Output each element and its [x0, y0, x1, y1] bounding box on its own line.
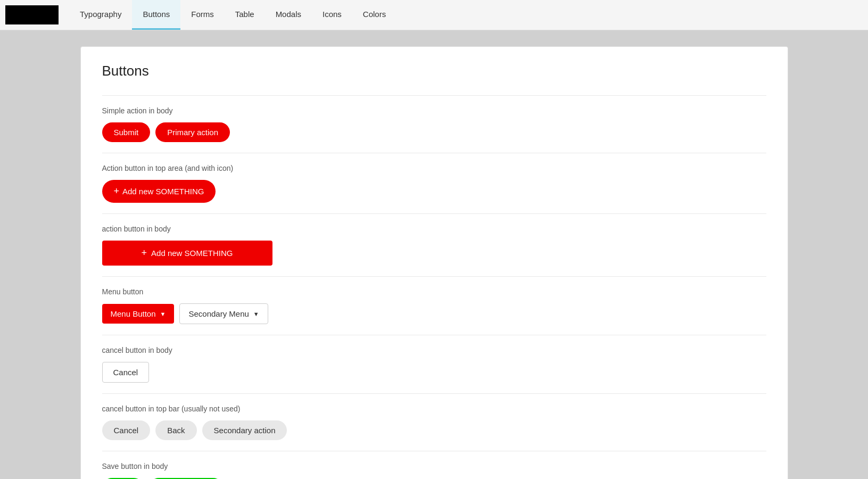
tab-table[interactable]: Table: [225, 0, 265, 30]
section-cancel-body: cancel button in body Cancel: [102, 335, 766, 393]
top-navigation: Typography Buttons Forms Table Modals Ic…: [0, 0, 868, 30]
menu-secondary-button[interactable]: Secondary Menu ▼: [179, 303, 268, 324]
section-cancel-topbar-buttons: Cancel Back Secondary action: [102, 420, 766, 440]
cancel-topbar-button[interactable]: Cancel: [102, 420, 151, 440]
tab-modals[interactable]: Modals: [265, 0, 312, 30]
tab-typography[interactable]: Typography: [69, 0, 132, 30]
content-card: Buttons Simple action in body Submit Pri…: [80, 46, 788, 479]
logo: [5, 5, 59, 24]
section-simple-action: Simple action in body Submit Primary act…: [102, 95, 766, 153]
submit-button[interactable]: Submit: [102, 122, 151, 142]
section-menu-button: Menu button Menu Button ▼ Secondary Menu…: [102, 276, 766, 335]
section-simple-action-label: Simple action in body: [102, 106, 766, 115]
tab-icons[interactable]: Icons: [312, 0, 352, 30]
add-new-top-button[interactable]: + Add new SOMETHING: [102, 180, 216, 203]
section-save-body-label: Save button in body: [102, 462, 766, 470]
tab-forms[interactable]: Forms: [180, 0, 225, 30]
add-new-body-button[interactable]: + Add new SOMETHING: [102, 241, 272, 266]
tab-colors[interactable]: Colors: [352, 0, 396, 30]
plus-icon-body: +: [142, 247, 147, 259]
section-action-body-label: action button in body: [102, 225, 766, 233]
back-topbar-button[interactable]: Back: [155, 420, 196, 440]
section-cancel-body-buttons: Cancel: [102, 362, 766, 383]
section-cancel-topbar-label: cancel button in top bar (usually not us…: [102, 404, 766, 413]
menu-primary-button[interactable]: Menu Button ▼: [102, 304, 175, 324]
section-action-top-buttons: + Add new SOMETHING: [102, 180, 766, 203]
dropdown-arrow-secondary: ▼: [253, 311, 259, 317]
nav-tabs: Typography Buttons Forms Table Modals Ic…: [69, 0, 396, 30]
page-title: Buttons: [102, 63, 766, 79]
section-simple-action-buttons: Submit Primary action: [102, 122, 766, 142]
section-menu-button-label: Menu button: [102, 287, 766, 296]
tab-buttons[interactable]: Buttons: [132, 0, 180, 30]
section-action-body: action button in body + Add new SOMETHIN…: [102, 213, 766, 276]
dropdown-arrow-primary: ▼: [160, 311, 166, 317]
section-action-top-label: Action button in top area (and with icon…: [102, 164, 766, 172]
cancel-body-button[interactable]: Cancel: [102, 362, 150, 383]
primary-action-button[interactable]: Primary action: [155, 122, 230, 142]
section-cancel-body-label: cancel button in body: [102, 346, 766, 354]
plus-icon: +: [114, 186, 120, 197]
page-wrapper: Buttons Simple action in body Submit Pri…: [0, 30, 868, 479]
section-action-body-buttons: + Add new SOMETHING: [102, 241, 766, 266]
section-menu-button-buttons: Menu Button ▼ Secondary Menu ▼: [102, 303, 766, 324]
secondary-action-topbar-button[interactable]: Secondary action: [202, 420, 287, 440]
section-cancel-topbar: cancel button in top bar (usually not us…: [102, 393, 766, 451]
section-action-top: Action button in top area (and with icon…: [102, 153, 766, 213]
section-save-body: Save button in body Save Save changes: [102, 451, 766, 479]
